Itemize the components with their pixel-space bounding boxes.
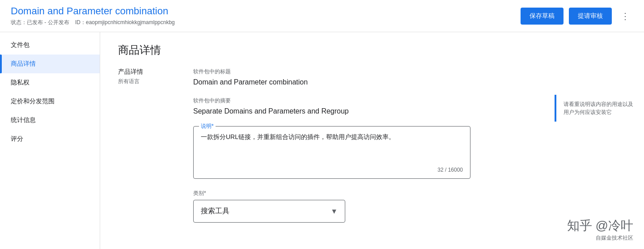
title-field: 软件包中的标题 Domain and Parameter combination	[193, 68, 470, 86]
hint-text: 请看重说明该内容的用途以及用户为何应该安装它	[564, 101, 633, 115]
category-value: 搜索工具	[201, 207, 229, 216]
header-status: 状态：已发布 - 公开发布 ID：eaopmjipcnhicmhiokkgjma…	[11, 19, 175, 26]
hint-panel: 请看重说明该内容的用途以及用户为何应该安装它	[555, 95, 644, 122]
title-value: Domain and Parameter combination	[193, 78, 470, 86]
category-label: 类别*	[193, 190, 470, 197]
product-details-section: 产品详情 所有语言 软件包中的标题 Domain and Parameter c…	[118, 68, 626, 233]
sidebar-item-pricing[interactable]: 定价和分发范围	[0, 92, 100, 111]
sidebar-item-rating[interactable]: 评分	[0, 130, 100, 148]
chevron-down-icon: ▼	[330, 207, 338, 215]
summary-label: 软件包中的摘要	[193, 97, 470, 105]
content-area: 商品详情 产品详情 所有语言 软件包中的标题 Domain and Parame…	[100, 32, 644, 249]
header-actions: 保存草稿 提请审核 ⋮	[521, 8, 633, 25]
sidebar-item-file-package[interactable]: 文件包	[0, 36, 100, 55]
section-form: 软件包中的标题 Domain and Parameter combination…	[193, 68, 470, 233]
sidebar: 文件包 商品详情 隐私权 定价和分发范围 统计信息 评分	[0, 32, 100, 249]
sidebar-item-product-detail[interactable]: 商品详情	[0, 55, 100, 73]
header: Domain and Parameter combination 状态：已发布 …	[0, 0, 644, 32]
description-counter: 32 / 16000	[201, 167, 463, 173]
main-layout: 文件包 商品详情 隐私权 定价和分发范围 统计信息 评分 商品详情 产品详情 所…	[0, 32, 644, 249]
save-draft-button[interactable]: 保存草稿	[521, 8, 564, 25]
content-page-title: 商品详情	[118, 43, 626, 57]
description-label: 说明*	[199, 122, 216, 130]
title-label: 软件包中的标题	[193, 68, 470, 76]
summary-field: 软件包中的摘要 Separate Domains and Parameters …	[193, 97, 470, 115]
section-label-col: 产品详情 所有语言	[118, 68, 172, 233]
sidebar-item-stats[interactable]: 统计信息	[0, 111, 100, 130]
section-label: 产品详情	[118, 68, 172, 76]
header-left: Domain and Parameter combination 状态：已发布 …	[11, 5, 175, 26]
sidebar-item-privacy[interactable]: 隐私权	[0, 73, 100, 92]
summary-value: Separate Domains and Parameters and Regr…	[193, 107, 470, 115]
description-textarea-wrapper: 说明* 32 / 16000	[193, 126, 470, 179]
more-options-button[interactable]: ⋮	[617, 9, 633, 23]
description-field: 说明* 32 / 16000	[193, 126, 470, 179]
watermark: 知乎 @冷叶 自媒金技术社区	[567, 217, 633, 242]
watermark-sub: 自媒金技术社区	[567, 234, 633, 242]
category-field: 类别* 搜索工具 ▼	[193, 190, 470, 223]
section-sublabel: 所有语言	[118, 78, 172, 85]
category-select[interactable]: 搜索工具 ▼	[193, 200, 345, 223]
page-title-header: Domain and Parameter combination	[11, 5, 175, 17]
description-textarea[interactable]	[201, 132, 463, 162]
watermark-main: 知乎 @冷叶	[567, 217, 633, 234]
submit-review-button[interactable]: 提请审核	[569, 8, 612, 25]
